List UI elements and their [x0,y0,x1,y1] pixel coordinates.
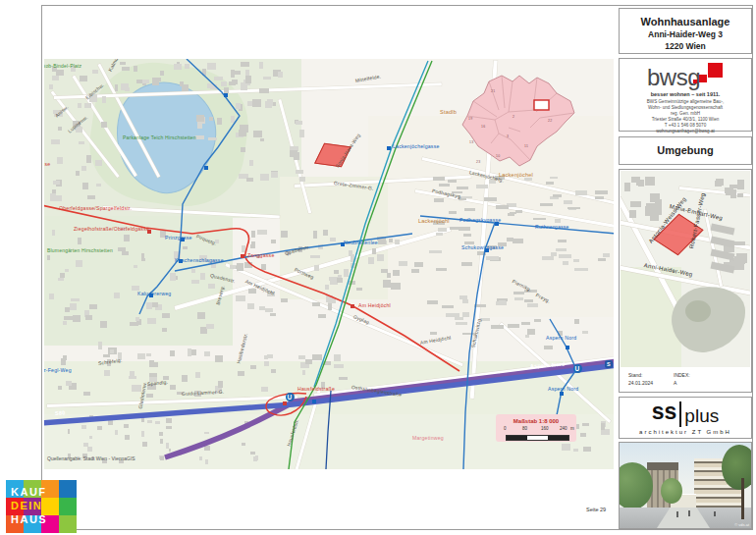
building [188,348,191,356]
building [100,321,107,328]
building [174,64,182,70]
transit-stop-marker [179,259,183,263]
building [195,372,200,378]
building [281,231,288,239]
building [224,87,229,93]
map-label: Schukowitzg. [471,317,483,348]
map-label: Blumengärten Hirschstetten [47,248,113,253]
building [559,254,571,258]
transit-stop-marker [224,93,228,97]
building [78,103,81,108]
building [253,131,262,137]
kdh-line-1: KAUF [11,487,47,498]
building [249,160,253,165]
building [271,172,278,178]
building [82,183,88,189]
map-label: 3 [507,135,509,139]
map-label: U [286,393,295,401]
building [553,194,562,197]
building [580,433,587,436]
building [624,183,630,191]
building [442,305,454,308]
building [197,124,202,129]
building [51,139,60,143]
map-label: Kaludererweg [137,292,171,296]
building [251,231,256,238]
scale-ticks: 080160240m [496,426,576,432]
project-title: Wohnhausanlage [620,16,751,27]
map-label: Ruthnergasse [535,225,569,230]
building [58,386,62,390]
building [525,335,530,338]
transit-stop-marker [560,392,564,396]
building [56,70,64,76]
building [58,127,62,131]
building [455,317,463,320]
building [221,81,228,86]
building [183,246,188,250]
map-label: 22 [548,120,552,124]
building [137,353,145,358]
building [290,150,297,157]
building [383,280,391,288]
building [312,302,320,305]
building [66,381,72,386]
building [83,392,91,396]
building [462,299,469,303]
scale-bar [506,435,569,441]
map-label: Aspern Nord [548,387,578,392]
tree [661,478,682,504]
building [387,273,391,278]
building [87,447,92,452]
bwsg-square-small [693,80,697,83]
transit-stop-marker [351,304,354,308]
transit-stop-marker [566,346,569,349]
building [195,135,204,139]
building [248,289,256,294]
building [349,281,355,285]
building [562,444,570,450]
scale-unit: m [570,426,574,431]
building [260,138,264,142]
building [242,443,245,446]
building [595,196,603,199]
map-label: 21 [491,90,495,94]
building [204,446,209,451]
building [574,268,588,272]
building [259,306,265,310]
building [89,304,97,309]
building [170,385,177,389]
building [462,312,470,316]
title-block: Wohnhausanlage Anni-Haider-Weg 3 1220 Wi… [619,8,752,54]
person [714,511,716,516]
building [546,182,554,185]
building [515,210,522,213]
building [142,80,149,83]
building [339,377,348,381]
building [430,332,437,336]
tree [722,445,752,490]
building [573,449,578,452]
building [87,195,94,199]
building [147,318,155,324]
building [209,117,213,122]
building [389,239,393,241]
building [159,432,163,436]
building [202,69,206,76]
building [582,423,589,426]
building [737,193,743,197]
building [146,353,151,356]
building [68,429,71,434]
building [330,238,336,241]
building [185,64,189,69]
building [76,260,81,267]
building [208,284,215,289]
building [122,67,130,71]
transit-stop-marker [341,242,345,246]
building [414,262,423,267]
building [236,266,243,269]
building [191,280,199,285]
building [52,230,56,236]
map-label: 16 [481,126,485,130]
building [368,257,374,264]
